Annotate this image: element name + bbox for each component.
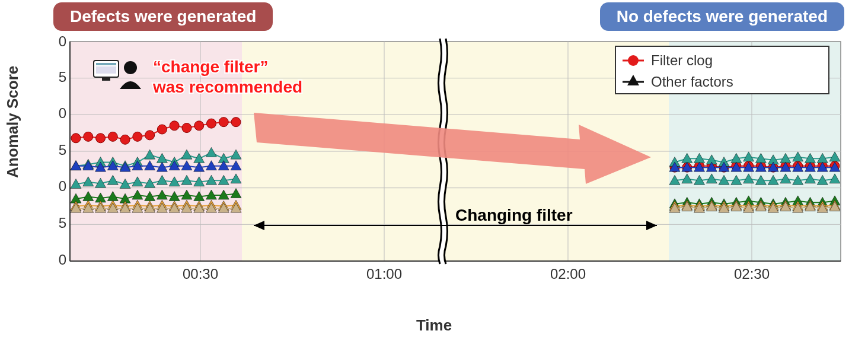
svg-text:1.0: 1.0 bbox=[58, 178, 66, 194]
recommend-text-2: was recommended bbox=[152, 78, 302, 96]
svg-text:3.0: 3.0 bbox=[58, 36, 66, 49]
legend: Filter clog Other factors bbox=[615, 46, 829, 94]
y-ticks: 0.0 0.5 1.0 1.5 2.0 2.5 3.0 bbox=[58, 36, 66, 268]
svg-rect-224 bbox=[96, 63, 116, 65]
svg-text:1.5: 1.5 bbox=[58, 142, 66, 158]
recommend-text-1: “change filter” bbox=[153, 58, 268, 76]
svg-point-30 bbox=[157, 125, 167, 134]
svg-text:Filter clog: Filter clog bbox=[651, 52, 713, 68]
svg-point-227 bbox=[124, 61, 137, 74]
svg-point-26 bbox=[108, 132, 117, 141]
svg-point-24 bbox=[84, 132, 93, 141]
svg-point-23 bbox=[71, 133, 81, 143]
svg-point-28 bbox=[133, 132, 142, 141]
svg-text:2.0: 2.0 bbox=[58, 105, 66, 121]
svg-point-25 bbox=[96, 133, 106, 143]
svg-point-31 bbox=[170, 121, 179, 131]
svg-point-29 bbox=[145, 131, 155, 140]
svg-text:00:30: 00:30 bbox=[183, 266, 218, 282]
chart-area: 0.0 0.5 1.0 1.5 2.0 2.5 3.0 00:30 01:00 … bbox=[58, 36, 847, 297]
svg-text:2.5: 2.5 bbox=[58, 69, 66, 85]
x-axis-label: Time bbox=[416, 316, 452, 335]
svg-text:01:00: 01:00 bbox=[366, 266, 402, 282]
svg-rect-225 bbox=[96, 66, 116, 74]
svg-point-34 bbox=[206, 119, 216, 128]
svg-point-27 bbox=[120, 135, 130, 144]
svg-text:Changing filter: Changing filter bbox=[455, 206, 573, 224]
svg-text:0.0: 0.0 bbox=[58, 252, 66, 268]
svg-point-33 bbox=[194, 121, 204, 131]
banner-no-defects: No defects were generated bbox=[600, 2, 844, 31]
svg-text:02:00: 02:00 bbox=[550, 266, 586, 282]
svg-text:Other factors: Other factors bbox=[651, 74, 733, 90]
anomaly-chart: 0.0 0.5 1.0 1.5 2.0 2.5 3.0 00:30 01:00 … bbox=[58, 36, 847, 297]
svg-text:0.5: 0.5 bbox=[58, 215, 66, 231]
svg-rect-226 bbox=[102, 77, 110, 81]
x-ticks: 00:30 01:00 02:00 02:30 bbox=[183, 266, 770, 282]
y-axis-label: Anomaly Score bbox=[4, 66, 22, 178]
svg-text:02:30: 02:30 bbox=[734, 266, 770, 282]
svg-point-35 bbox=[219, 117, 228, 127]
banner-defects: Defects were generated bbox=[53, 2, 273, 31]
svg-point-32 bbox=[182, 123, 192, 133]
svg-point-36 bbox=[231, 117, 241, 127]
